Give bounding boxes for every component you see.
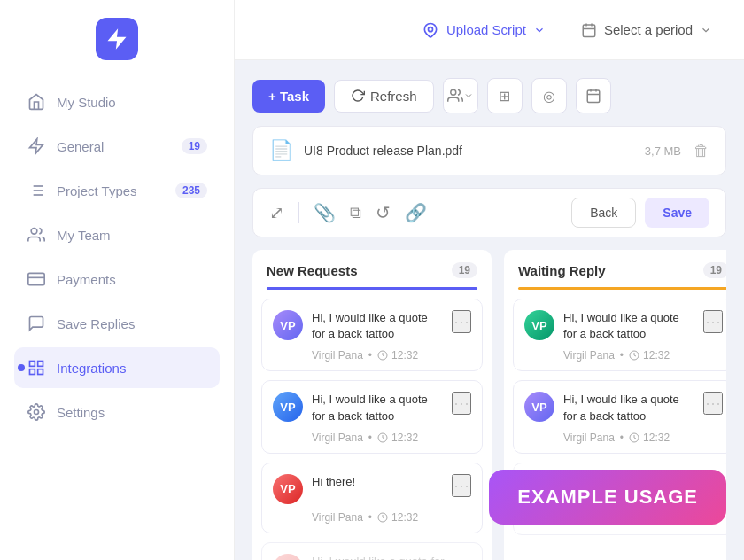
sidebar-item-label: Project Types xyxy=(57,183,165,198)
svg-point-14 xyxy=(35,410,39,415)
col-title: Waiting Reply xyxy=(518,263,606,278)
card-text: Hi, I would like a quote for... xyxy=(312,554,471,560)
topbar: Upload Script Select a period xyxy=(235,0,744,60)
sidebar-item-save-replies[interactable]: Save Replies xyxy=(14,303,220,344)
action-bar: ⤢ 📎 ⧉ ↺ 🔗 Back Save xyxy=(252,188,726,237)
sidebar-item-payments[interactable]: Payments xyxy=(14,259,220,299)
dot-separator: • xyxy=(620,432,624,444)
divider xyxy=(298,202,299,223)
action-bar-right: Back Save xyxy=(571,198,709,228)
card-time: 12:32 xyxy=(629,432,670,444)
svg-rect-10 xyxy=(30,362,35,367)
sidebar-item-settings[interactable]: Settings xyxy=(14,392,220,432)
dot-separator: • xyxy=(620,349,624,362)
card-time: 12:32 xyxy=(377,511,418,524)
card-author: Virgil Pana xyxy=(312,511,363,524)
request-card: VP Hi there! ⋯ Virgil Pana • 12:32 xyxy=(261,463,483,533)
main-content: Upload Script Select a period + Task Ref… xyxy=(235,0,744,560)
col-body: VP Hi, I would like a quote for a back t… xyxy=(504,290,726,560)
card-author: Virgil Pana xyxy=(563,349,615,362)
avatar: VP xyxy=(524,392,554,422)
sidebar-item-label: My Studio xyxy=(57,95,207,110)
team-filter-button[interactable] xyxy=(443,78,478,113)
action-icon-2[interactable]: ◎ xyxy=(531,78,567,113)
svg-rect-13 xyxy=(30,369,35,375)
svg-rect-8 xyxy=(28,273,44,284)
dot-separator: • xyxy=(368,511,372,524)
card-meta: Virgil Pana • 12:32 xyxy=(563,349,723,362)
dot-separator: • xyxy=(620,513,624,525)
gear-icon xyxy=(27,402,46,422)
dot-separator: • xyxy=(368,432,372,444)
card-time: 12:32 xyxy=(377,349,418,362)
refresh-button[interactable]: Refresh xyxy=(334,80,434,113)
sidebar-item-label: My Team xyxy=(57,228,207,243)
request-card: Hi, I would like a quote for... xyxy=(261,542,483,560)
toolbar: + Task Refresh ⊞ ◎ xyxy=(252,78,726,113)
card-menu-button[interactable]: ⋯ xyxy=(703,392,723,415)
file-size: 3,7 MB xyxy=(645,144,681,158)
card-menu-button[interactable]: ⋯ xyxy=(452,310,471,333)
back-button[interactable]: Back xyxy=(571,198,636,228)
sidebar-item-project-types[interactable]: Project Types 235 xyxy=(14,170,220,211)
card-menu-button[interactable]: ⋯ xyxy=(703,310,723,333)
col-title: New Requests xyxy=(267,263,358,278)
delete-file-button[interactable]: 🗑 xyxy=(694,142,709,160)
upload-script-button[interactable]: Upload Script xyxy=(411,14,556,46)
sidebar-item-label: Integrations xyxy=(57,361,207,376)
action-icon-1[interactable]: ⊞ xyxy=(487,78,523,113)
card-icon xyxy=(27,269,46,289)
col-body: VP Hi, I would like a quote for a back t… xyxy=(252,290,492,560)
request-card: VP Hi, I would like a quote for a back t… xyxy=(513,463,726,535)
card-menu-button[interactable]: ⋯ xyxy=(452,474,471,497)
card-meta: Virgil Pana • 12:32 xyxy=(563,513,723,525)
period-button[interactable]: Select a period xyxy=(570,15,723,45)
content-area: + Task Refresh ⊞ ◎ 📄 UI8 Product release… xyxy=(235,60,744,560)
request-card: VP Hi, I would like a quote for a back t… xyxy=(261,380,483,453)
period-label: Select a period xyxy=(604,22,693,37)
refresh-label: Refresh xyxy=(370,89,417,104)
card-author: Virgil Pana xyxy=(312,432,363,444)
save-button[interactable]: Save xyxy=(645,198,709,228)
card-meta: Virgil Pana • 12:32 xyxy=(312,349,471,362)
grid-icon xyxy=(27,358,46,377)
card-text: Hi, I would like a quote for a back tatt… xyxy=(312,310,438,342)
avatar xyxy=(273,554,303,560)
sidebar-item-general[interactable]: General 19 xyxy=(14,126,220,167)
card-time: 12:32 xyxy=(629,349,670,362)
request-card: VP Hi, I would like a quote for a back t… xyxy=(261,299,483,371)
svg-point-7 xyxy=(31,229,37,235)
home-icon xyxy=(27,92,46,112)
sidebar-item-my-studio[interactable]: My Studio xyxy=(14,82,220,122)
avatar: VP xyxy=(273,310,303,340)
general-badge: 19 xyxy=(182,138,207,154)
sidebar-item-my-team[interactable]: My Team xyxy=(14,214,220,255)
card-meta: Virgil Pana • 12:32 xyxy=(312,511,471,524)
kanban-col-new-requests: New Requests 19 VP Hi, I would like a qu… xyxy=(252,250,492,560)
card-menu-button[interactable]: ⋯ xyxy=(452,392,471,415)
card-meta: Virgil Pana • 12:32 xyxy=(312,432,471,444)
upload-label: Upload Script xyxy=(446,22,526,37)
card-menu-button[interactable]: ⋯ xyxy=(703,474,723,497)
task-button[interactable]: + Task xyxy=(252,80,325,113)
file-bar: 📄 UI8 Product release Plan.pdf 3,7 MB 🗑 xyxy=(252,126,726,175)
attachment-icon[interactable]: 📎 xyxy=(314,202,336,223)
expand-icon[interactable]: ⤢ xyxy=(269,202,284,223)
card-text: Hi, I would like a quote for a back tatt… xyxy=(563,392,689,424)
col-count: 19 xyxy=(452,262,477,278)
project-types-badge: 235 xyxy=(175,183,207,198)
col-header-waiting-reply: Waiting Reply 19 xyxy=(504,250,726,290)
avatar: VP xyxy=(524,474,554,504)
action-icon-3[interactable] xyxy=(576,78,611,113)
chat-icon xyxy=(27,314,46,333)
avatar: VP xyxy=(524,310,554,340)
active-dot xyxy=(18,364,25,371)
link-icon[interactable]: 🔗 xyxy=(405,202,427,223)
svg-rect-15 xyxy=(583,25,595,37)
sidebar-item-integrations[interactable]: Integrations xyxy=(14,347,220,388)
sidebar-item-label: Payments xyxy=(57,272,207,287)
col-count: 19 xyxy=(703,262,726,278)
bolt-icon xyxy=(27,136,46,156)
copy-icon[interactable]: ⧉ xyxy=(350,204,361,222)
history-icon[interactable]: ↺ xyxy=(376,202,391,223)
